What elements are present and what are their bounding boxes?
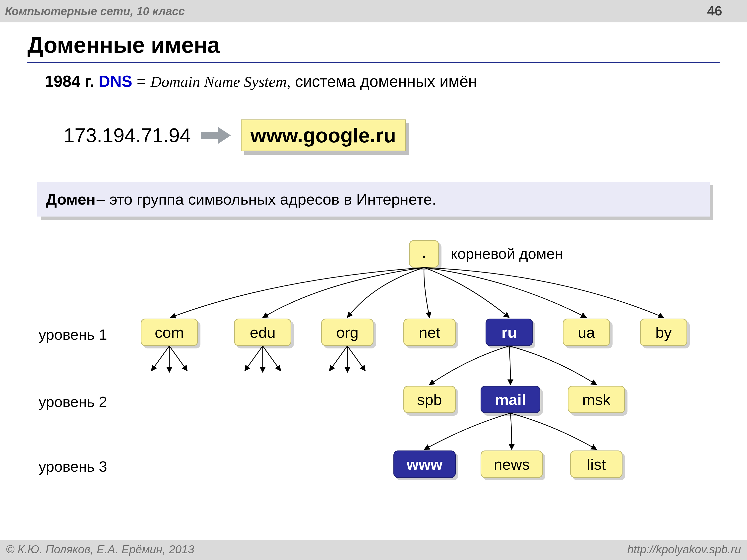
node-edu-text: edu: [250, 324, 275, 341]
intro-rest: система доменных имён: [295, 73, 477, 90]
node-ru-text: ru: [501, 324, 517, 341]
node-ua-text: ua: [578, 324, 595, 341]
node-mail: mail: [481, 386, 540, 413]
svg-marker-0: [201, 127, 231, 143]
footer-copyright: © К.Ю. Поляков, Е.А. Ерёмин, 2013: [6, 542, 194, 556]
node-spb-text: spb: [417, 391, 442, 408]
node-com: com: [141, 319, 198, 346]
slide-title: Доменные имена: [27, 32, 220, 58]
root-label: корневой домен: [451, 245, 563, 262]
page-number: 46: [707, 3, 722, 19]
node-news: news: [481, 451, 543, 478]
node-org-text: org: [336, 324, 359, 341]
node-edu: edu: [234, 319, 291, 346]
course-label: Компьютерные сети, 10 класс: [5, 4, 185, 18]
node-list-text: list: [587, 455, 606, 473]
domain-text: www.google.ru: [241, 119, 406, 151]
ip-address: 173.194.71.94: [63, 124, 191, 147]
arrow-icon: [201, 127, 231, 143]
node-list: list: [570, 451, 622, 478]
node-msk: msk: [568, 386, 625, 413]
node-ua: ua: [563, 319, 610, 346]
intro-line: 1984 г. DNS = Domain Name System, систем…: [45, 72, 477, 90]
footer-url: http://kpolyakov.spb.ru: [627, 542, 741, 556]
intro-year: 1984 г.: [45, 73, 99, 90]
node-net: net: [403, 319, 456, 346]
node-ru: ru: [486, 319, 533, 346]
node-org: org: [321, 319, 374, 346]
domain-box: www.google.ru: [241, 119, 406, 151]
level2-label: уровень 2: [38, 393, 107, 410]
node-spb: spb: [403, 386, 456, 413]
level1-label: уровень 1: [38, 326, 107, 343]
intro-full: Domain Name System,: [150, 73, 290, 90]
intro-eq: =: [137, 73, 150, 90]
title-underline: [27, 62, 720, 63]
node-root: .: [409, 240, 439, 268]
node-www-text: www: [407, 455, 443, 473]
node-com-text: com: [155, 324, 184, 341]
node-mail-text: mail: [495, 391, 526, 408]
node-www: www: [393, 451, 456, 478]
definition-term: Домен: [46, 190, 96, 208]
definition-box: Домен – это группа символьных адресов в …: [37, 182, 710, 216]
node-news-text: news: [494, 455, 530, 473]
node-by-text: by: [655, 324, 672, 341]
node-net-text: net: [419, 324, 440, 341]
node-msk-text: msk: [582, 391, 611, 408]
intro-dns: DNS: [99, 73, 132, 90]
node-root-text: .: [421, 241, 427, 262]
level3-label: уровень 3: [38, 458, 107, 475]
definition-text: – это группа символьных адресов в Интерн…: [97, 190, 436, 208]
node-by: by: [640, 319, 687, 346]
